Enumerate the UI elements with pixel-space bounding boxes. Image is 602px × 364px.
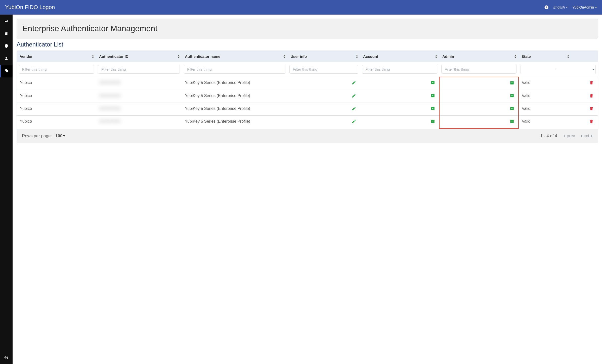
svg-rect-21 (510, 95, 514, 97)
col-account-label: Account (363, 54, 378, 59)
cell-authid: XXXXXXXX (96, 103, 182, 115)
user-label: YubiOnAdmin (572, 5, 594, 9)
filter-name[interactable] (184, 65, 285, 74)
caret-down-icon (63, 135, 65, 137)
col-vendor[interactable]: Vendor (17, 51, 96, 62)
filter-user[interactable] (289, 65, 358, 74)
account-button[interactable] (431, 94, 436, 99)
svg-rect-33 (510, 120, 514, 123)
cell-state: Valid (519, 90, 571, 103)
sidebar-item-org[interactable] (0, 27, 13, 40)
delete-button[interactable] (589, 94, 595, 99)
admin-button[interactable] (510, 81, 515, 86)
account-button[interactable] (431, 80, 436, 86)
col-authid[interactable]: Authenticator ID (96, 51, 182, 62)
col-actions (571, 51, 598, 62)
cell-authid: XXXXXXXX (96, 77, 182, 90)
account-button[interactable] (431, 119, 436, 125)
shield-icon (4, 44, 9, 48)
caret-down-icon (595, 7, 597, 8)
svg-rect-31 (431, 120, 435, 121)
admin-button[interactable] (510, 119, 515, 125)
rows-label: Rows per page: (22, 133, 52, 139)
col-user[interactable]: User info (287, 51, 360, 62)
user-dropdown[interactable]: YubiOnAdmin (572, 5, 597, 9)
cell-delete (571, 103, 598, 115)
sidebar-bottom (0, 351, 13, 364)
edit-user-button[interactable] (352, 94, 357, 99)
svg-rect-24 (431, 107, 435, 110)
delete-button[interactable] (589, 119, 595, 125)
col-state-label: State (522, 54, 531, 59)
edit-user-button[interactable] (352, 119, 357, 125)
svg-rect-13 (431, 81, 435, 82)
next-button[interactable]: next (581, 133, 593, 139)
col-state[interactable]: State (519, 51, 571, 62)
cell-account (360, 103, 439, 115)
filter-state[interactable]: - (521, 65, 596, 74)
filter-vendor[interactable] (19, 65, 94, 74)
sort-icon[interactable] (514, 55, 517, 58)
edit-user-button[interactable] (352, 106, 357, 112)
rows-value-dropdown[interactable]: 100 (55, 133, 65, 139)
table-row: YubicoXXXXXXXXYubiKey 5 Series (Enterpri… (17, 103, 598, 115)
cell-vendor: Yubico (17, 115, 96, 128)
col-admin[interactable]: Admin (439, 51, 519, 62)
authenticator-table: Vendor Authenticator ID Authenticator na… (17, 51, 598, 143)
topbar-right: English YubiOnAdmin (544, 5, 597, 10)
sidebar-item-dashboard[interactable] (0, 15, 13, 27)
cell-delete (571, 90, 598, 103)
svg-rect-28 (510, 107, 514, 108)
sort-icon[interactable] (283, 55, 285, 58)
caret-down-icon (566, 7, 568, 8)
table-footer: Rows per page: 100 1 - 4 of 4 prev next (17, 129, 598, 143)
svg-rect-23 (511, 95, 513, 96)
filter-admin[interactable] (441, 65, 517, 74)
account-button[interactable] (431, 106, 436, 112)
sidebar-item-users[interactable] (0, 52, 13, 65)
sidebar-item-security[interactable] (0, 40, 13, 52)
sort-icon[interactable] (92, 55, 94, 58)
sort-icon[interactable] (567, 55, 569, 58)
cell-admin (439, 115, 519, 128)
table-header-row: Vendor Authenticator ID Authenticator na… (17, 51, 598, 62)
col-admin-label: Admin (442, 54, 454, 59)
delete-button[interactable] (589, 106, 595, 112)
col-account[interactable]: Account (360, 51, 439, 62)
col-authid-label: Authenticator ID (99, 54, 128, 59)
info-icon[interactable] (544, 5, 549, 10)
filter-account[interactable] (362, 65, 437, 74)
language-dropdown[interactable]: English (553, 5, 568, 9)
admin-button[interactable] (510, 94, 515, 99)
admin-button[interactable] (510, 106, 515, 112)
building-icon (4, 31, 9, 36)
sidebar-item-authenticators[interactable] (0, 65, 13, 77)
svg-rect-7 (7, 33, 7, 34)
svg-rect-4 (6, 32, 6, 33)
svg-point-10 (6, 57, 7, 59)
svg-rect-3 (5, 32, 8, 35)
svg-rect-15 (510, 82, 514, 84)
page-title: Enterprise Authenticator Management (22, 24, 592, 33)
prev-button[interactable]: prev (563, 133, 575, 139)
sort-icon[interactable] (178, 55, 180, 58)
brand: YubiOn FIDO Logon (5, 4, 55, 11)
col-vendor-label: Vendor (20, 54, 33, 59)
next-label: next (581, 133, 589, 139)
delete-button[interactable] (589, 80, 595, 86)
sort-icon[interactable] (356, 55, 358, 58)
col-name[interactable]: Authenticator name (182, 51, 287, 62)
edit-user-button[interactable] (352, 80, 357, 86)
filter-authid[interactable] (98, 65, 180, 74)
svg-rect-17 (511, 82, 513, 83)
cell-user (287, 115, 360, 128)
cell-vendor: Yubico (17, 90, 96, 103)
svg-rect-30 (431, 120, 435, 123)
chart-icon (4, 19, 9, 23)
svg-rect-27 (510, 107, 514, 110)
svg-rect-22 (510, 94, 514, 95)
svg-rect-18 (431, 95, 435, 97)
cell-name: YubiKey 5 Series (Enterprise Profile) (182, 115, 287, 128)
sidebar-toggle[interactable] (0, 351, 13, 364)
sort-icon[interactable] (435, 55, 437, 58)
